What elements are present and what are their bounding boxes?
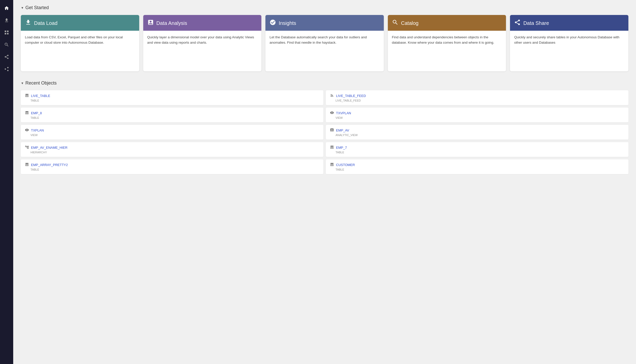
card-catalog[interactable]: Catalog Find data and understand depende…: [388, 15, 506, 71]
sidebar-item-data-load[interactable]: [2, 15, 12, 25]
data-load-icon: [25, 19, 31, 27]
svg-line-7: [517, 21, 518, 22]
object-name-emp-array-pretty2: EMP_ARRAY_PRETTY2: [31, 163, 68, 167]
card-data-load-title: Data Load: [34, 20, 57, 26]
object-name-row: EMP_ARRAY_PRETTY2: [25, 162, 319, 167]
card-data-load[interactable]: Data Load Load data from CSV, Excel, Par…: [21, 15, 139, 71]
insights-icon: [269, 19, 276, 27]
cards-grid: Data Load Load data from CSV, Excel, Par…: [21, 15, 628, 71]
card-data-share-header: Data Share: [510, 15, 628, 31]
card-catalog-header: Catalog: [388, 15, 506, 31]
data-analysis-icon: [147, 19, 154, 27]
svg-point-5: [518, 23, 520, 25]
object-type-emp-av-ename-hier: HIERARCHY: [30, 151, 319, 154]
get-started-header: ▼ Get Started: [21, 5, 628, 10]
sidebar-item-data-analysis[interactable]: [2, 27, 12, 38]
analytic-icon: [330, 128, 334, 133]
card-catalog-title: Catalog: [401, 20, 419, 26]
recent-objects-title: Recent Objects: [25, 80, 57, 86]
object-name-live-table-feed: LIVE_TABLE_FEED: [336, 94, 366, 98]
get-started-section: ▼ Get Started Data Load Load data from C…: [21, 5, 628, 71]
object-name-customer: CUSTOMER: [336, 163, 355, 167]
object-name-txplan: TXPLAN: [31, 128, 44, 132]
svg-point-4: [515, 22, 517, 23]
object-item-emp-8[interactable]: EMP_8 TABLE: [21, 108, 323, 122]
object-item-txplan[interactable]: TXPLAN VIEW: [21, 125, 323, 140]
table-icon-customer: [330, 162, 334, 167]
card-data-share[interactable]: Data Share Quickly and securely share ta…: [510, 15, 628, 71]
object-name-row: CUSTOMER: [330, 162, 624, 167]
object-name-row: LIVE_TABLE_FEED: [330, 93, 624, 98]
table-icon-emp7: [330, 145, 334, 150]
object-item-emp-7[interactable]: EMP_7 TABLE: [326, 142, 628, 157]
card-data-analysis-body: Quickly layer a dimensional model over y…: [143, 31, 262, 71]
object-name-row: TXVPLAN: [330, 111, 624, 115]
object-item-emp-array-pretty2[interactable]: EMP_ARRAY_PRETTY2 TABLE: [21, 159, 323, 174]
object-item-emp-av[interactable]: EMP_AV ANALYTIC_VIEW: [326, 125, 628, 140]
object-item-txvplan[interactable]: TXVPLAN VIEW: [326, 108, 628, 122]
card-data-analysis[interactable]: Data Analysis Quickly layer a dimensiona…: [143, 15, 262, 71]
object-type-customer: TABLE: [336, 168, 624, 171]
object-item-live-table[interactable]: LIVE_TABLE TABLE: [21, 90, 323, 105]
object-name-row: EMP_AV_ENAME_HIER: [25, 145, 319, 150]
object-item-emp-av-ename-hier[interactable]: EMP_AV_ENAME_HIER HIERARCHY: [21, 142, 323, 157]
recent-objects-header: ▼ Recent Objects: [21, 80, 628, 86]
table-icon-emp-array: [25, 162, 29, 167]
collapse-triangle[interactable]: ▼: [21, 6, 24, 10]
card-data-load-header: Data Load: [21, 15, 139, 31]
object-name-emp-av-ename-hier: EMP_AV_ENAME_HIER: [31, 146, 68, 150]
sidebar-item-home[interactable]: [2, 3, 12, 13]
svg-point-0: [7, 67, 9, 68]
object-type-txplan: VIEW: [30, 134, 319, 137]
catalog-icon: [392, 19, 399, 27]
object-name-live-table: LIVE_TABLE: [31, 94, 50, 98]
card-data-analysis-header: Data Analysis: [143, 15, 262, 31]
object-type-emp8: TABLE: [30, 116, 319, 119]
object-name-row: EMP_7: [330, 145, 624, 150]
sidebar-item-connections[interactable]: [2, 52, 12, 62]
card-insights-header: Insights: [265, 15, 384, 31]
card-data-share-title: Data Share: [523, 20, 549, 26]
svg-point-3: [518, 20, 520, 21]
sidebar: [0, 0, 13, 364]
object-type-txvplan: VIEW: [336, 116, 624, 119]
sidebar-item-data-share[interactable]: [2, 64, 12, 74]
object-type-live-table-feed: LIVE_TABLE_FEED: [336, 99, 624, 102]
card-data-load-body: Load data from CSV, Excel, Parquet and o…: [21, 31, 139, 71]
card-data-share-body: Quickly and securely share tables in you…: [510, 31, 628, 71]
feed-icon: [330, 93, 334, 98]
object-type-emp-array-pretty2: TABLE: [30, 168, 319, 171]
object-name-row: EMP_AV: [330, 128, 624, 133]
svg-point-2: [7, 70, 9, 71]
recent-objects-grid: LIVE_TABLE TABLE LIVE_TABLE_FEED LIVE_TA…: [21, 90, 628, 174]
svg-line-6: [517, 23, 518, 24]
object-name-emp-av: EMP_AV: [336, 128, 349, 132]
recent-collapse-triangle[interactable]: ▼: [21, 81, 24, 85]
table-icon-emp8: [25, 111, 29, 115]
data-share-icon: [514, 19, 521, 27]
object-item-customer[interactable]: CUSTOMER TABLE: [326, 159, 628, 174]
object-item-live-table-feed[interactable]: LIVE_TABLE_FEED LIVE_TABLE_FEED: [326, 90, 628, 105]
object-type-emp-av: ANALYTIC_VIEW: [336, 134, 624, 137]
card-insights[interactable]: Insights Let the Database automatically …: [265, 15, 384, 71]
card-data-analysis-title: Data Analysis: [156, 20, 187, 26]
main-content: ▼ Get Started Data Load Load data from C…: [13, 0, 636, 364]
svg-point-1: [5, 69, 6, 70]
card-insights-title: Insights: [279, 20, 296, 26]
object-name-emp-7: EMP_7: [336, 146, 347, 150]
recent-objects-section: ▼ Recent Objects LIVE_TABLE TABLE: [21, 80, 628, 174]
object-name-row: TXPLAN: [25, 128, 319, 133]
view-icon-txvplan: [330, 111, 334, 115]
hierarchy-icon: [25, 145, 29, 150]
object-type-emp-7: TABLE: [336, 151, 624, 154]
object-name-row: EMP_8: [25, 111, 319, 115]
get-started-title: Get Started: [25, 5, 49, 10]
sidebar-item-search[interactable]: [2, 40, 12, 50]
object-type-live-table: TABLE: [30, 99, 319, 102]
object-name-txvplan: TXVPLAN: [336, 111, 351, 115]
card-insights-body: Let the Database automatically search yo…: [265, 31, 384, 71]
table-icon: [25, 93, 29, 98]
card-catalog-body: Find data and understand dependencies be…: [388, 31, 506, 71]
object-name-row: LIVE_TABLE: [25, 93, 319, 98]
view-icon-txplan: [25, 128, 29, 133]
